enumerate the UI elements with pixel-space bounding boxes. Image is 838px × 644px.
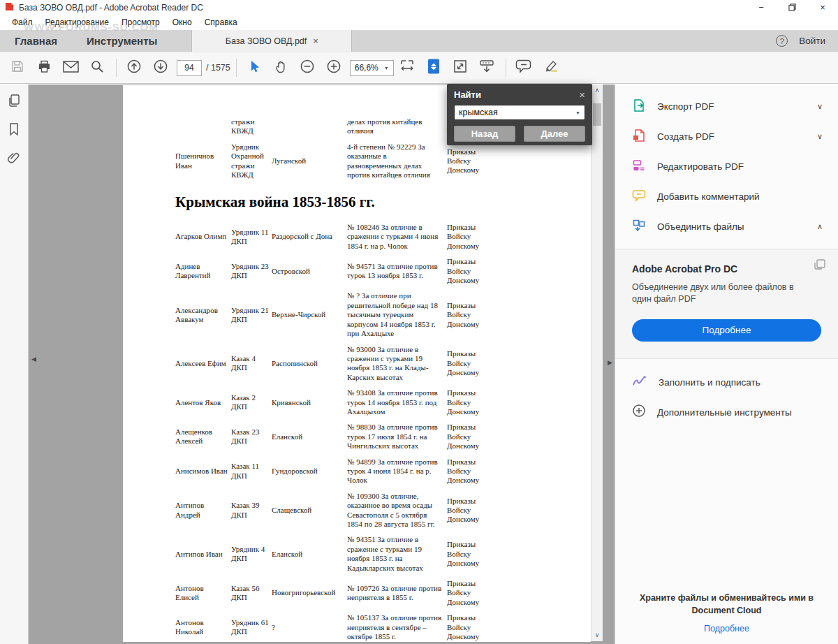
cell-rank: Урядник 11 ДКП: [231, 228, 272, 247]
previous-page-button[interactable]: [124, 56, 145, 80]
bookmarks-button[interactable]: [4, 122, 24, 140]
document-cloud-footer: Храните файлы и обменивайтесь ими в Docu…: [615, 592, 838, 634]
panel-item-fill-sign[interactable]: Заполнить и подписать: [615, 367, 838, 397]
find-input[interactable]: [455, 108, 575, 117]
cell-rank: стражи КВЖД: [231, 117, 272, 136]
cell-rank: Урядник 21 ДКП: [231, 306, 272, 325]
cell-rank: Урядник 23 ДКП: [231, 262, 272, 281]
zoom-level-select[interactable]: 66,6% ▼: [350, 60, 394, 76]
cell-orders: Приказы Войску Донскому: [447, 613, 496, 641]
left-panel-collapse-handle[interactable]: ◀: [31, 356, 36, 363]
cell-name: Пшеничнов Иван: [175, 152, 231, 170]
cell-orders: Приказы Войску Донскому: [447, 579, 496, 607]
right-panel-collapse-handle[interactable]: ▶: [608, 359, 612, 366]
signin-button[interactable]: Войти: [799, 36, 825, 46]
tab-tools[interactable]: Инструменты: [72, 30, 172, 52]
save-button[interactable]: [7, 56, 28, 80]
select-tool-button[interactable]: [244, 56, 265, 80]
panel-item-edit-pdf[interactable]: Редактировать PDF: [615, 152, 838, 182]
panel-item-icon: [632, 129, 646, 145]
fullscreen-button[interactable]: [450, 56, 471, 80]
cell-name: Антонов Николай: [175, 618, 231, 637]
cell-award: № 109726 За отличие против неприятеля в …: [347, 584, 447, 603]
panel-item-icon: [632, 219, 646, 235]
chevron-down-icon[interactable]: ▼: [575, 110, 585, 115]
menu-item[interactable]: Просмотр: [115, 15, 166, 29]
tab-document[interactable]: База ЗОВО ОВД.pdf ×: [191, 30, 352, 52]
table-row: Антипов Андрей Казак 39 ДКП Слащевской №…: [175, 492, 591, 529]
plus-circle-icon: [326, 59, 341, 77]
find-input-field: ▼: [454, 105, 585, 120]
pdf-page: стражи КВЖД делах против китайцев отличи…: [123, 85, 591, 642]
table-row: Агарков Олимп Урядник 11 ДКП Раздорской …: [175, 223, 591, 251]
envelope-icon: [63, 61, 79, 75]
cell-award: № 108246 За отличие в сражении с турками…: [347, 223, 447, 251]
close-button[interactable]: ×: [807, 0, 838, 15]
cell-name: Антипов Иван: [175, 550, 231, 559]
vertical-scrollbar[interactable]: ∧ ∨: [591, 85, 603, 641]
menu-item[interactable]: Справка: [198, 15, 244, 29]
tab-close-icon[interactable]: ×: [313, 36, 318, 46]
highlight-button[interactable]: [540, 56, 561, 80]
page-number-input[interactable]: [177, 60, 202, 76]
next-page-button[interactable]: [150, 56, 171, 80]
search-button[interactable]: [87, 56, 108, 80]
zoom-level-value: 66,6%: [355, 63, 378, 73]
page-thumbnails-button[interactable]: [4, 93, 24, 111]
cell-name: Алексеев Ефим: [175, 359, 231, 368]
menu-item[interactable]: Файл: [6, 15, 39, 29]
find-close-icon[interactable]: ×: [579, 89, 585, 101]
tools-panel: Экспорт PDF ∨ Создать PDF ∨ Редактироват…: [615, 85, 838, 644]
attachments-button[interactable]: [4, 150, 24, 168]
find-next-button[interactable]: Далее: [524, 126, 585, 142]
panel-item-combine-files[interactable]: Объединить файлы ∧: [615, 212, 838, 242]
hand-tool-button[interactable]: [270, 56, 291, 80]
cell-orders: Приказы Войску Донскому: [447, 349, 496, 377]
tab-home[interactable]: Главная: [0, 30, 72, 52]
minimize-button[interactable]: −: [746, 0, 777, 15]
reading-mode-button[interactable]: [476, 56, 497, 80]
menu-item[interactable]: Редактирование: [39, 15, 115, 29]
table-row: Анисимов Иван Казак 11 ДКП Гундоровской …: [175, 458, 591, 485]
cell-orders: Приказы Войску Донскому: [447, 257, 496, 285]
comment-button[interactable]: [513, 56, 534, 80]
page-total-label: / 1575: [206, 63, 230, 73]
scroll-down-icon[interactable]: ∨: [591, 631, 603, 638]
cell-orders: Приказы Войску Донскому: [447, 540, 496, 568]
panel-item-add-comment[interactable]: Добавить комментарий: [615, 182, 838, 212]
panel-item-icon: [632, 189, 646, 205]
scroll-up-icon[interactable]: ∧: [591, 87, 603, 94]
help-button[interactable]: ?: [776, 35, 788, 47]
print-button[interactable]: [34, 56, 54, 80]
find-back-button[interactable]: Назад: [454, 126, 515, 142]
cell-award: № 105137 За отличие против неприятеля в …: [347, 613, 447, 641]
arrow-up-circle-icon: [126, 59, 142, 77]
table-row: Пшеничнов Иван Урядник Охранной стражи К…: [175, 142, 591, 180]
cell-stanitsa: Верхне-Чирской: [272, 310, 347, 319]
cell-name: Алентов Яков: [175, 398, 231, 407]
panel-item-more-tools[interactable]: Дополнительные инструменты: [615, 397, 838, 427]
cell-orders: Приказы Войску Донскому: [447, 423, 496, 451]
fit-width-button[interactable]: [397, 56, 418, 80]
left-sidebar: [0, 85, 29, 644]
footer-more-link[interactable]: Подробнее: [704, 624, 749, 634]
zoom-in-button[interactable]: [323, 56, 344, 80]
zoom-out-button[interactable]: [297, 56, 318, 80]
cell-award: № 93408 За отличие против турок 14 ноябр…: [347, 388, 447, 416]
menu-item[interactable]: Окно: [166, 15, 198, 29]
panel-item-icon: [632, 159, 646, 175]
email-button[interactable]: [60, 56, 81, 80]
panel-item-create-pdf[interactable]: Создать PDF ∨: [615, 122, 838, 152]
scrollbar-thumb[interactable]: [593, 103, 601, 126]
pages-icon: [7, 94, 21, 110]
cell-orders: Приказы Войску Донскому: [447, 301, 496, 329]
cell-stanitsa: Гундоровской: [272, 467, 347, 476]
page-fit-button[interactable]: [423, 56, 444, 80]
cell-name: Антипов Андрей: [175, 501, 231, 520]
panel-item-export-pdf[interactable]: Экспорт PDF ∨: [615, 92, 838, 122]
hand-icon: [274, 59, 288, 77]
promo-more-button[interactable]: Подробнее: [632, 319, 821, 342]
cell-rank: Урядник 61 ДКП: [231, 618, 272, 637]
footer-text: Храните файлы и обменивайтесь ими в Docu…: [633, 592, 821, 617]
restore-button[interactable]: [777, 0, 807, 15]
